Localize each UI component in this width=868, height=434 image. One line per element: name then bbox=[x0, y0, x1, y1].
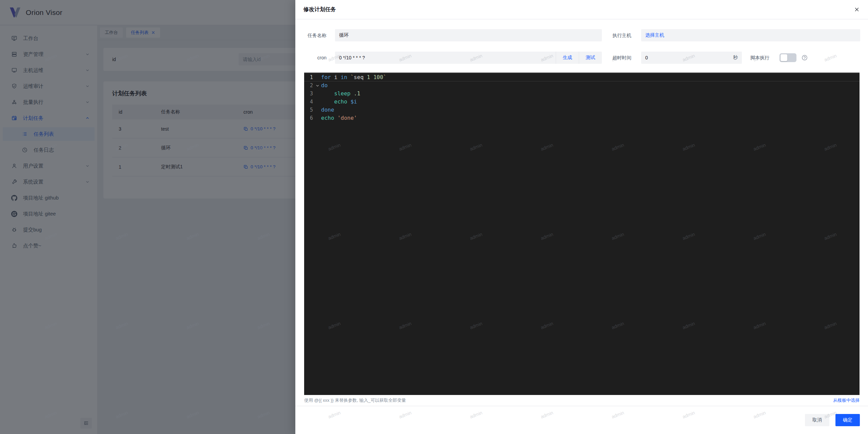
task-name-input[interactable] bbox=[335, 29, 602, 41]
line-number: 5 bbox=[304, 106, 313, 114]
code-text: echo $i bbox=[321, 98, 860, 106]
code-text: done bbox=[321, 106, 860, 114]
fold-gutter bbox=[313, 73, 321, 81]
fold-gutter bbox=[313, 114, 321, 122]
timeout-field: 秒 bbox=[641, 52, 742, 64]
modal-title: 修改计划任务 bbox=[303, 6, 336, 13]
task-name-label: 任务名称 bbox=[303, 29, 327, 41]
fold-gutter bbox=[313, 106, 321, 114]
cron-input[interactable] bbox=[335, 52, 556, 64]
modal-body: 任务名称 执行主机 选择主机 cron 生成 测试 超时时间 秒 脚本执行 bbox=[295, 19, 868, 406]
script-exec-label: 脚本执行 bbox=[750, 52, 774, 64]
cron-test-button[interactable]: 测试 bbox=[579, 52, 602, 64]
script-exec-toggle[interactable] bbox=[780, 53, 796, 62]
code-editor[interactable]: 1for i in `seq 1 100`2do3 sleep .14 echo… bbox=[304, 73, 860, 395]
editor-hint-row: 使用 @{{ xxx }} 来替换参数, 输入_可以获取全部变量 从模板中选择 bbox=[304, 395, 860, 406]
code-line[interactable]: 4 echo $i bbox=[304, 98, 860, 106]
ok-button[interactable]: 确定 bbox=[835, 414, 860, 426]
select-from-template-link[interactable]: 从模板中选择 bbox=[833, 397, 860, 403]
edit-task-modal: 修改计划任务 任务名称 执行主机 选择主机 cron 生成 测试 超时时间 秒 bbox=[295, 0, 868, 434]
line-number: 6 bbox=[304, 114, 313, 122]
code-line[interactable]: 1for i in `seq 1 100` bbox=[304, 73, 860, 81]
toggle-knob bbox=[781, 54, 787, 61]
modal-footer: 取消 确定 bbox=[295, 406, 868, 434]
timeout-input[interactable] bbox=[641, 55, 733, 60]
select-host-link[interactable]: 选择主机 bbox=[645, 32, 664, 38]
line-number: 2 bbox=[304, 81, 313, 90]
code-text: for i in `seq 1 100` bbox=[321, 73, 860, 81]
cron-generate-button[interactable]: 生成 bbox=[556, 52, 579, 64]
cancel-button[interactable]: 取消 bbox=[805, 414, 829, 426]
timeout-unit: 秒 bbox=[733, 55, 742, 61]
exec-host-label: 执行主机 bbox=[609, 29, 631, 41]
code-line[interactable]: 3 sleep .1 bbox=[304, 90, 860, 98]
cron-field: 生成 测试 bbox=[335, 52, 602, 64]
timeout-label: 超时时间 bbox=[609, 52, 631, 64]
exec-host-field: 选择主机 bbox=[641, 29, 860, 41]
fold-chevron-icon[interactable] bbox=[313, 81, 321, 90]
line-number: 3 bbox=[304, 90, 313, 98]
question-circle-icon[interactable] bbox=[801, 54, 808, 61]
code-lines: 1for i in `seq 1 100`2do3 sleep .14 echo… bbox=[304, 73, 860, 122]
code-text: echo 'done' bbox=[321, 114, 860, 122]
fold-gutter bbox=[313, 98, 321, 106]
code-line[interactable]: 5done bbox=[304, 106, 860, 114]
fold-gutter bbox=[313, 90, 321, 98]
app-root: Orion Visor 工作台资产管理主机运维运维审计批量执行计划任务任务列表任… bbox=[0, 0, 868, 434]
code-line[interactable]: 6echo 'done' bbox=[304, 114, 860, 122]
cron-label: cron bbox=[303, 52, 327, 64]
line-number: 4 bbox=[304, 98, 313, 106]
modal-header: 修改计划任务 bbox=[295, 0, 868, 19]
close-icon[interactable] bbox=[854, 6, 860, 13]
code-text: do bbox=[321, 81, 860, 90]
line-number: 1 bbox=[304, 73, 313, 81]
code-line[interactable]: 2do bbox=[304, 81, 860, 90]
param-hint-text: 使用 @{{ xxx }} 来替换参数, 输入_可以获取全部变量 bbox=[304, 397, 406, 403]
code-text: sleep .1 bbox=[321, 90, 860, 98]
